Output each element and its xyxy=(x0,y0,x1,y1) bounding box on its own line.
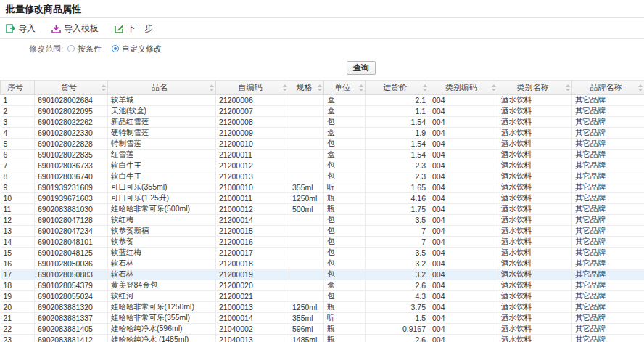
cell[interactable]: 1.1 xyxy=(366,106,429,117)
cell[interactable]: 酒水饮料 xyxy=(498,313,572,324)
cell[interactable]: 酒水饮料 xyxy=(498,193,572,204)
cell[interactable]: 4 xyxy=(1,128,35,139)
cell[interactable]: 21200021 xyxy=(216,291,289,302)
cell[interactable]: 软红河 xyxy=(108,291,216,302)
cell[interactable]: 12 xyxy=(1,215,35,226)
cell[interactable]: 004 xyxy=(429,269,498,280)
cell[interactable]: 其它品牌 xyxy=(572,171,644,182)
cell[interactable]: 软蓝红梅 xyxy=(108,248,216,258)
cell[interactable]: 听 xyxy=(324,313,366,324)
cell[interactable]: 其它品牌 xyxy=(572,106,644,117)
cell[interactable]: 其它品牌 xyxy=(572,182,644,193)
cell[interactable]: 004 xyxy=(429,139,498,150)
cell[interactable]: 酒水饮料 xyxy=(498,95,572,106)
cell[interactable]: 004 xyxy=(429,258,498,269)
cell[interactable]: 6901028055024 xyxy=(35,291,108,302)
cell[interactable]: 15 xyxy=(1,248,35,258)
cell[interactable]: 1.65 xyxy=(366,182,429,193)
cell[interactable]: 004 xyxy=(429,237,498,248)
cell[interactable]: 酒水饮料 xyxy=(498,139,572,150)
cell[interactable]: 酒水饮料 xyxy=(498,280,572,291)
cell[interactable]: 酒水饮料 xyxy=(498,215,572,226)
cell[interactable]: 酒水饮料 xyxy=(498,302,572,313)
cell[interactable]: 盒 xyxy=(324,280,366,291)
cell[interactable]: 酒水饮料 xyxy=(498,269,572,280)
cell[interactable]: 6901028022095 xyxy=(35,106,108,117)
cell[interactable]: 其它品牌 xyxy=(572,291,644,302)
table-row[interactable]: 36901028022262新品红雪莲21200008包1.54004酒水饮料其… xyxy=(1,117,644,128)
cell[interactable]: 6902083881030 xyxy=(35,204,108,215)
cell[interactable]: 软石林 xyxy=(108,258,216,269)
cell[interactable]: 19 xyxy=(1,291,35,302)
cell[interactable]: 8 xyxy=(1,171,35,182)
cell[interactable]: 软白牛王 xyxy=(108,171,216,182)
table-row[interactable]: 76901028036733软白牛王21200012包2.3004酒水饮料其它品… xyxy=(1,160,644,171)
cell[interactable]: 004 xyxy=(429,302,498,313)
cell[interactable]: 14 xyxy=(1,237,35,248)
cell[interactable]: 004 xyxy=(429,128,498,139)
cell[interactable]: 包 xyxy=(324,248,366,258)
cell[interactable] xyxy=(289,237,324,248)
cell[interactable]: 其它品牌 xyxy=(572,237,644,248)
table-row[interactable]: 156901028048125软蓝红梅21200017包3.5004酒水饮料其它… xyxy=(1,248,644,258)
cell[interactable] xyxy=(289,226,324,237)
cell[interactable]: 6901028047128 xyxy=(35,215,108,226)
cell[interactable]: 包 xyxy=(324,237,366,248)
cell[interactable]: 3.5 xyxy=(366,248,429,258)
cell[interactable]: 其它品牌 xyxy=(572,324,644,335)
cell[interactable]: 酒水饮料 xyxy=(498,117,572,128)
cell[interactable]: 娃哈哈非常可乐(500ml) xyxy=(108,204,216,215)
cell[interactable]: 软石林 xyxy=(108,269,216,280)
cell[interactable]: 1 xyxy=(1,95,35,106)
cell[interactable] xyxy=(289,280,324,291)
cell[interactable] xyxy=(289,139,324,150)
cell[interactable]: 1250ml xyxy=(289,193,324,204)
cell[interactable]: 酒水饮料 xyxy=(498,106,572,117)
cell[interactable]: 1.5 xyxy=(366,313,429,324)
cell[interactable]: 酒水饮料 xyxy=(498,160,572,171)
cell[interactable]: 娃哈哈纯净水 (1485ml) xyxy=(108,335,216,342)
cell[interactable]: 6 xyxy=(1,150,35,160)
cell[interactable]: 22 xyxy=(1,324,35,335)
cell[interactable]: 6902083881412 xyxy=(35,335,108,342)
table-row[interactable]: 86901028036740软白牛王21200013包2.3004酒水饮料其它品… xyxy=(1,171,644,182)
cell[interactable]: 其它品牌 xyxy=(572,248,644,258)
table-row[interactable]: 166901028050036软石林21200018包3.2004酒水饮料其它品… xyxy=(1,258,644,269)
cell[interactable]: 004 xyxy=(429,324,498,335)
table-row[interactable]: 196901028055024软红河21200021包4.3004酒水饮料其它品… xyxy=(1,291,644,302)
cell[interactable]: 13 xyxy=(1,226,35,237)
cell[interactable]: 娃哈哈非常可乐(355ml) xyxy=(108,313,216,324)
table-row[interactable]: 226902083881405娃哈哈纯净水(596ml)21040002596m… xyxy=(1,324,644,335)
cell[interactable]: 6901028050883 xyxy=(35,269,108,280)
cell[interactable]: 004 xyxy=(429,335,498,342)
cell[interactable]: 21200020 xyxy=(216,280,289,291)
cell[interactable]: 21200008 xyxy=(216,117,289,128)
cell[interactable]: 6901028022828 xyxy=(35,139,108,150)
column-header-7[interactable]: 类别编码 xyxy=(429,81,498,95)
cell[interactable]: 004 xyxy=(429,117,498,128)
cell[interactable] xyxy=(289,150,324,160)
cell[interactable] xyxy=(289,128,324,139)
cell[interactable]: 黄美登84金包 xyxy=(108,280,216,291)
cell[interactable]: 21 xyxy=(1,313,35,324)
cell[interactable]: 可口可乐(1.25升) xyxy=(108,193,216,204)
column-header-3[interactable]: 自编码 xyxy=(216,81,289,95)
cell[interactable]: 21200014 xyxy=(216,215,289,226)
table-row[interactable]: 146901028048101软恭贺21200016包7004酒水饮料其它品牌 xyxy=(1,237,644,248)
cell[interactable]: 软红梅 xyxy=(108,215,216,226)
cell[interactable]: 可口可乐(355ml) xyxy=(108,182,216,193)
cell[interactable]: 6901028002684 xyxy=(35,95,108,106)
cell[interactable]: 盒 xyxy=(324,150,366,160)
cell[interactable]: 20 xyxy=(1,302,35,313)
cell[interactable]: 355ml xyxy=(289,313,324,324)
cell[interactable]: 硬特制雪莲 xyxy=(108,128,216,139)
column-header-2[interactable]: 品名 xyxy=(108,81,216,95)
cell[interactable]: 6901028022835 xyxy=(35,150,108,160)
cell[interactable]: 其它品牌 xyxy=(572,302,644,313)
cell[interactable]: 其它品牌 xyxy=(572,258,644,269)
import-button[interactable]: 导入 xyxy=(6,23,36,35)
cell[interactable]: 瓶 xyxy=(324,302,366,313)
table-row[interactable]: 206902083881320娃哈哈非常可乐(1250ml)2100001312… xyxy=(1,302,644,313)
cell[interactable]: 娃哈哈非常可乐(1250ml) xyxy=(108,302,216,313)
cell[interactable]: 瓶 xyxy=(324,204,366,215)
